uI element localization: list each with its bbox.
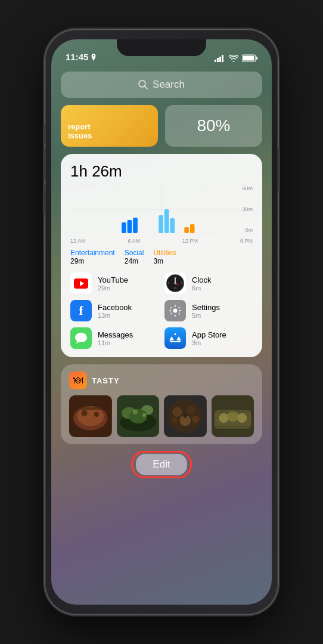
tasty-food-images xyxy=(69,395,254,437)
category-time-entertainment: 29m xyxy=(70,257,115,265)
food-image-2 xyxy=(117,395,160,437)
category-time-social: 24m xyxy=(125,257,144,265)
wifi-icon xyxy=(229,55,238,62)
main-content: Search report issues 80% 1h 26m xyxy=(51,66,272,605)
app-info-settings: Settings 5m xyxy=(192,303,220,319)
svg-point-58 xyxy=(227,411,238,422)
notch xyxy=(117,39,206,56)
category-name-social: Social xyxy=(125,249,144,257)
svg-text:12: 12 xyxy=(174,276,177,279)
app-info-clock: Clock 6m xyxy=(192,275,212,292)
svg-rect-2 xyxy=(219,57,221,62)
messages-icon xyxy=(70,327,92,349)
tasty-app-name: TASTY xyxy=(92,376,120,385)
svg-point-49 xyxy=(172,407,182,417)
tasty-header: 🍽 TASTY xyxy=(69,371,254,389)
svg-point-46 xyxy=(142,413,145,417)
svg-rect-18 xyxy=(159,215,163,233)
phone-frame: 11:45 xyxy=(45,30,278,614)
category-utilities: Utilities 3m xyxy=(153,249,176,265)
app-info-appstore: App Store 3m xyxy=(192,330,226,346)
app-item-settings: Settings 5m xyxy=(164,300,253,321)
facebook-icon: f xyxy=(70,300,92,321)
edit-button[interactable]: Edit xyxy=(136,454,187,475)
svg-point-54 xyxy=(184,414,187,418)
edit-area: Edit xyxy=(61,454,262,475)
phone-screen: 11:45 xyxy=(51,39,272,605)
mute-button[interactable] xyxy=(43,125,45,144)
svg-point-52 xyxy=(172,417,178,423)
battery-widget[interactable]: 80% xyxy=(165,105,262,147)
svg-rect-20 xyxy=(170,218,175,233)
category-name-entertainment: Entertainment xyxy=(70,249,115,257)
chart-label-12pm: 12 PM xyxy=(182,238,198,244)
appstore-icon xyxy=(164,327,186,349)
svg-point-59 xyxy=(237,413,246,423)
food-image-4 xyxy=(212,395,254,437)
battery-icon xyxy=(242,54,257,62)
svg-rect-5 xyxy=(256,57,257,60)
location-icon xyxy=(91,54,97,61)
svg-rect-0 xyxy=(215,60,216,62)
food-image-3 xyxy=(164,395,207,437)
issues-text: report issues xyxy=(68,122,151,141)
svg-point-57 xyxy=(219,413,228,423)
app-list: YouTube 29m 12 xyxy=(70,273,253,349)
svg-rect-22 xyxy=(190,224,195,233)
chart-label-60m: 60m xyxy=(242,185,253,191)
app-info-youtube: YouTube 29m xyxy=(98,275,128,292)
svg-point-50 xyxy=(187,406,195,414)
svg-line-8 xyxy=(145,86,148,89)
svg-rect-37 xyxy=(78,407,103,410)
svg-rect-16 xyxy=(128,220,132,233)
report-issues-widget[interactable]: report issues xyxy=(61,105,158,147)
screen-time-widget[interactable]: 1h 26m xyxy=(61,154,262,357)
clock-display: 11:45 xyxy=(66,52,88,62)
battery-percentage: 80% xyxy=(197,116,230,135)
svg-rect-19 xyxy=(164,209,169,233)
search-icon xyxy=(138,80,148,89)
svg-point-38 xyxy=(81,410,87,416)
svg-rect-21 xyxy=(184,227,189,233)
youtube-icon xyxy=(70,273,92,294)
chart-time-labels: 12 AM 6 AM 12 PM 6 PM xyxy=(70,238,253,244)
chart-label-0m: 0m xyxy=(242,227,253,233)
svg-text:12: 12 xyxy=(174,287,177,290)
svg-rect-6 xyxy=(243,56,254,61)
category-social: Social 24m xyxy=(125,249,144,265)
tasty-widget[interactable]: 🍽 TASTY xyxy=(61,364,262,444)
volume-up-button[interactable] xyxy=(43,149,45,179)
svg-point-39 xyxy=(94,412,99,417)
svg-rect-17 xyxy=(133,218,138,233)
app-item-appstore: App Store 3m xyxy=(164,327,253,349)
chart-label-12am: 12 AM xyxy=(70,238,86,244)
category-name-utilities: Utilities xyxy=(153,249,176,257)
screen-time-total: 1h 26m xyxy=(70,162,253,181)
svg-rect-3 xyxy=(222,55,223,62)
food-image-1 xyxy=(69,395,112,437)
app-info-messages: Messages 11m xyxy=(98,330,133,346)
app-item-facebook: f Facebook 13m xyxy=(70,300,159,321)
search-placeholder: Search xyxy=(153,79,185,91)
svg-point-53 xyxy=(192,416,199,423)
clock-icon: 12 12 3 9 xyxy=(164,273,186,294)
status-time: 11:45 xyxy=(66,52,97,62)
svg-rect-1 xyxy=(217,58,219,62)
category-time-utilities: 3m xyxy=(153,257,176,265)
chart-label-30m: 30m xyxy=(242,206,253,212)
svg-rect-15 xyxy=(122,222,126,233)
app-item-messages: Messages 11m xyxy=(70,327,159,349)
app-item-youtube: YouTube 29m xyxy=(70,273,159,294)
volume-down-button[interactable] xyxy=(43,185,45,215)
chart-label-6pm: 6 PM xyxy=(240,238,253,244)
signal-icon xyxy=(215,55,225,62)
search-bar[interactable]: Search xyxy=(61,72,262,98)
status-icons xyxy=(215,54,257,62)
widgets-row: report issues 80% xyxy=(61,105,262,147)
edit-button-wrapper: Edit xyxy=(136,454,187,475)
power-button[interactable] xyxy=(278,149,280,191)
screen-time-categories: Entertainment 29m Social 24m Utilities 3… xyxy=(70,249,253,265)
app-item-clock: 12 12 3 9 Clock 6m xyxy=(164,273,253,294)
chart-label-6am: 6 AM xyxy=(128,238,140,244)
svg-point-33 xyxy=(173,309,178,313)
